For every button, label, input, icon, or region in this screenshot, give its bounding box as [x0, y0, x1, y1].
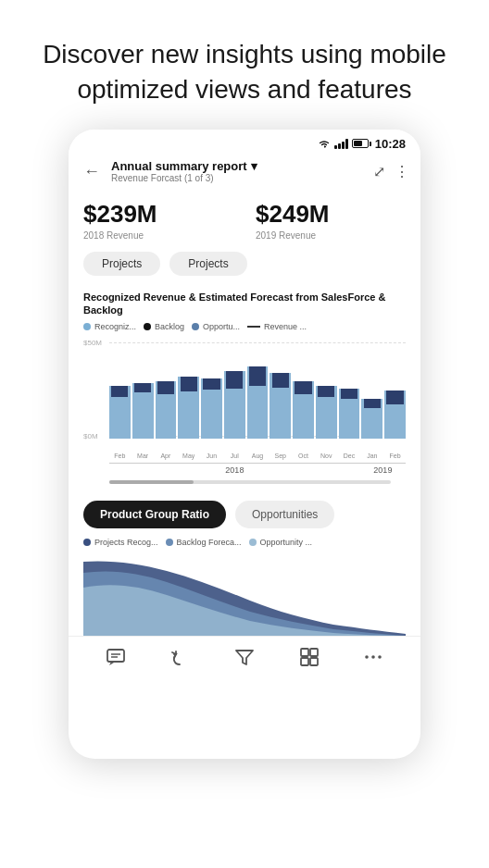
legend-item-4: Revenue ... [247, 322, 307, 331]
x-label-3: May [178, 453, 199, 459]
chart2-legend: Projects Recog... Backlog Foreca... Oppo… [69, 534, 420, 552]
x-label-11: Jan [361, 453, 382, 459]
chart1-title: Recognized Revenue & Estimated Forecast … [83, 291, 406, 317]
legend-dot-2 [144, 323, 151, 330]
revenue-left-amount: $239M [83, 200, 233, 229]
bar-group-12 [384, 342, 406, 439]
x-labels: FebMarAprMayJunJulAugSepOctNovDecJanFeb [109, 453, 406, 459]
bar-group-5 [224, 342, 245, 439]
legend-item-2: Backlog [144, 322, 184, 331]
filter-btn-2[interactable]: Projects [169, 252, 246, 276]
legend-dot-3 [192, 323, 199, 330]
x-label-10: Dec [339, 453, 360, 459]
x-label-0: Feb [109, 453, 131, 459]
nav-back-icon[interactable] [169, 646, 191, 668]
y-label-bottom: $0M [83, 432, 98, 440]
bar-group-7 [270, 342, 291, 439]
nav-more-icon[interactable] [362, 646, 384, 668]
nav-chat-icon[interactable] [105, 646, 127, 668]
bar-group-3 [178, 342, 199, 439]
svg-rect-5 [310, 649, 318, 656]
svg-rect-4 [301, 649, 308, 656]
bar-group-2 [156, 342, 177, 439]
bar-group-0 [109, 342, 131, 439]
revenue-right: $249M 2019 Revenue [256, 200, 406, 241]
status-icons: 10:28 [318, 137, 406, 151]
status-time: 10:28 [375, 137, 406, 151]
x-label-7: Sep [270, 453, 291, 459]
legend-dot-1 [83, 323, 91, 330]
tab-opportunities[interactable]: Opportunities [235, 501, 334, 528]
header: ← Annual summary report ▾ Revenue Forcas… [69, 155, 420, 192]
svg-rect-0 [107, 650, 124, 662]
back-button[interactable]: ← [80, 158, 104, 185]
legend2-item-2: Backlog Foreca... [166, 538, 242, 547]
year-label-2018: 2018 [109, 463, 360, 475]
legend-item-3: Opportu... [192, 322, 240, 331]
scroll-thumb [109, 480, 194, 484]
chart1-legend: Recogniz... Backlog Opportu... Revenue .… [83, 322, 406, 331]
filter-btn-1[interactable]: Projects [83, 252, 160, 276]
revenue-right-amount: $249M [256, 200, 406, 229]
bar-group-9 [316, 342, 337, 439]
legend2-dot-3 [249, 539, 257, 546]
filter-row: Projects Projects [69, 244, 420, 283]
nav-layout-icon[interactable] [298, 646, 320, 668]
year-labels: 2018 2019 [109, 463, 406, 475]
x-label-12: Feb [384, 453, 406, 459]
svg-point-8 [365, 655, 369, 659]
svg-rect-6 [301, 658, 308, 665]
wifi-icon [318, 138, 331, 149]
scroll-indicator[interactable] [109, 480, 391, 484]
x-label-5: Jul [224, 453, 245, 459]
header-actions: ⤢ ⋮ [373, 163, 409, 180]
nav-filter-icon[interactable] [233, 646, 256, 668]
bar-group-4 [201, 342, 222, 439]
revenue-section: $239M 2018 Revenue $249M 2019 Revenue [69, 192, 420, 244]
header-title[interactable]: Annual summary report ▾ [111, 159, 366, 173]
legend2-item-3: Opportunity ... [249, 538, 313, 547]
phone-frame: 10:28 ← Annual summary report ▾ Revenue … [69, 130, 420, 759]
header-subtitle: Revenue Forcast (1 of 3) [111, 173, 366, 183]
revenue-right-label: 2019 Revenue [256, 230, 406, 241]
x-label-6: Aug [247, 453, 269, 459]
battery-icon [352, 139, 371, 148]
more-icon[interactable]: ⋮ [395, 163, 409, 180]
area-chart-container [83, 552, 406, 636]
status-bar: 10:28 [69, 130, 420, 155]
bars-area [109, 342, 406, 439]
expand-icon[interactable]: ⤢ [373, 163, 385, 180]
legend-item-1: Recogniz... [83, 322, 136, 331]
year-label-2019: 2019 [360, 463, 406, 475]
svg-point-9 [371, 655, 375, 659]
bar-group-6 [247, 342, 269, 439]
legend2-item-1: Projects Recog... [83, 538, 158, 547]
svg-rect-7 [310, 658, 318, 665]
bottom-nav [69, 636, 420, 679]
x-label-1: Mar [132, 453, 154, 459]
bar-group-10 [339, 342, 360, 439]
revenue-left: $239M 2018 Revenue [83, 200, 233, 241]
legend2-dot-2 [166, 539, 173, 546]
x-label-4: Jun [201, 453, 222, 459]
area-chart-svg [83, 552, 406, 636]
chart1-section: Recognized Revenue & Estimated Forecast … [69, 283, 420, 496]
bar-group-11 [361, 342, 382, 439]
bar-chart: $50M $0M [83, 339, 406, 459]
tab-product-group-ratio[interactable]: Product Group Ratio [83, 501, 226, 528]
y-label-top: $50M [83, 339, 102, 347]
x-label-9: Nov [316, 453, 337, 459]
legend-line-4 [247, 326, 260, 328]
revenue-left-label: 2018 Revenue [83, 230, 233, 241]
svg-point-10 [378, 655, 382, 659]
bar-group-1 [132, 342, 154, 439]
signal-icon [334, 138, 348, 149]
x-label-8: Oct [293, 453, 314, 459]
hero-text: Discover new insights using mobile optim… [0, 0, 489, 130]
tab-row: Product Group Ratio Opportunities [69, 495, 420, 534]
x-label-2: Apr [156, 453, 177, 459]
legend2-dot-1 [83, 539, 91, 546]
bar-group-8 [293, 342, 314, 439]
dropdown-chevron-icon: ▾ [251, 159, 257, 173]
svg-marker-3 [236, 651, 253, 664]
